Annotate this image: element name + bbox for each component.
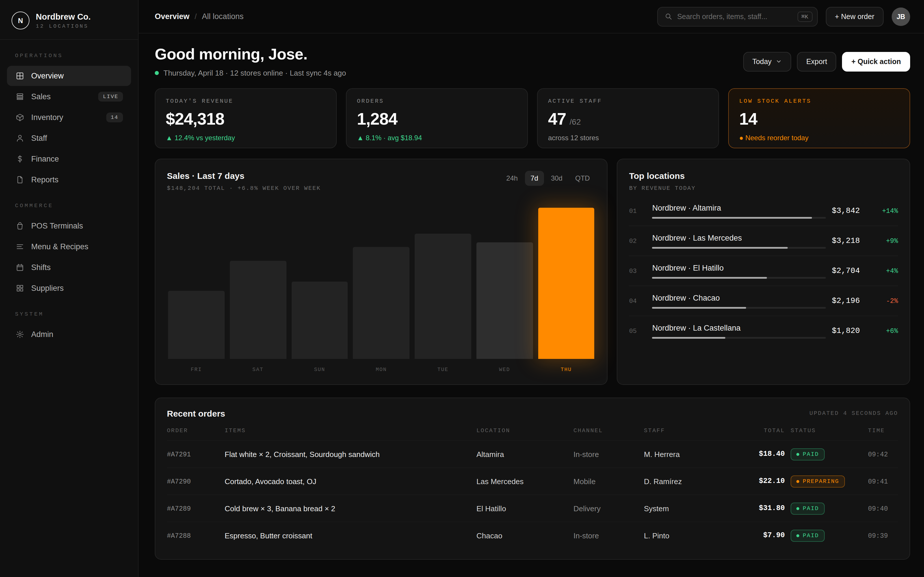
breadcrumb-parent[interactable]: All locations	[202, 12, 244, 21]
sidebar-item-inventory[interactable]: Inventory 14	[7, 107, 131, 127]
brand-block[interactable]: N Nordbrew Co. 12 LOCATIONS	[0, 0, 138, 40]
order-row-a7290[interactable]: #A7290 Cortado, Avocado toast, OJ Las Me…	[167, 467, 898, 495]
status-text: Thursday, April 18 · 12 stores online · …	[163, 69, 346, 77]
person-icon	[15, 134, 24, 143]
status-text: PAID	[803, 505, 819, 511]
stat-card-low-stock-alerts[interactable]: LOW STOCK ALERTS 14 ● Needs reorder toda…	[728, 88, 910, 148]
chart-bar[interactable]	[477, 242, 533, 359]
stat-label: TODAY'S REVENUE	[166, 98, 326, 105]
order-total: $31.80	[735, 504, 785, 513]
location-progress-track	[652, 277, 826, 279]
rows-icon	[15, 92, 24, 101]
chart-bar-label: THU	[538, 359, 594, 373]
location-progress-fill	[652, 217, 812, 218]
location-revenue: $2,704	[832, 267, 860, 275]
export-button[interactable]: Export	[797, 52, 836, 71]
sidebar-item-shifts[interactable]: Shifts	[7, 257, 131, 277]
order-staff: L. Pinto	[644, 531, 729, 540]
avatar[interactable]: JB	[892, 7, 910, 26]
location-row[interactable]: 03 Nordbrew · El Hatillo $2,704 +4%	[629, 256, 898, 285]
location-row[interactable]: 02 Nordbrew · Las Mercedes $3,218 +9%	[629, 226, 898, 256]
order-row-a7289[interactable]: #A7289 Cold brew × 3, Banana bread × 2 E…	[167, 495, 898, 522]
order-staff: M. Herrera	[644, 450, 729, 458]
order-time: 09:40	[868, 504, 898, 512]
stat-label: LOW STOCK ALERTS	[739, 98, 899, 105]
order-channel: In-store	[573, 531, 638, 540]
orders-column-status: STATUS	[791, 427, 862, 434]
chart-bar-column: WED	[477, 198, 533, 373]
sidebar-item-label: Shifts	[31, 263, 51, 272]
range-tab-7d[interactable]: 7d	[525, 171, 544, 186]
order-row-a7288[interactable]: #A7288 Espresso, Butter croissant Chacao…	[167, 522, 898, 549]
search-input[interactable]	[677, 13, 792, 21]
stat-card-today-s-revenue[interactable]: TODAY'S REVENUE $24,318 ▲ 12.4% vs yeste…	[155, 88, 337, 148]
chart-bar[interactable]	[168, 291, 225, 359]
sidebar: N Nordbrew Co. 12 LOCATIONS OPERATIONS O…	[0, 0, 139, 577]
quick-action-button[interactable]: + Quick action	[842, 52, 910, 71]
sidebar-item-overview[interactable]: Overview	[7, 66, 131, 86]
sidebar-item-sales[interactable]: Sales LIVE	[7, 87, 131, 107]
orders-column-total: TOTAL	[735, 427, 785, 434]
sidebar-item-suppliers[interactable]: Suppliers	[7, 278, 131, 298]
stat-value: 47	[548, 110, 566, 129]
new-order-button[interactable]: + New order	[825, 6, 884, 26]
order-time: 09:42	[868, 450, 898, 458]
location-progress-track	[652, 337, 826, 338]
location-row[interactable]: 04 Nordbrew · Chacao $2,196 -2%	[629, 285, 898, 316]
chart-bar-column: SAT	[230, 198, 286, 373]
sidebar-section-label: COMMERCE	[0, 203, 138, 209]
range-tab-24h[interactable]: 24h	[501, 171, 523, 186]
chart-bar[interactable]	[415, 234, 471, 359]
sidebar-item-label: Inventory	[31, 113, 63, 122]
sidebar-section: COMMERCE POS Terminals Menu & Recipes Sh…	[0, 203, 138, 298]
order-items: Cold brew × 3, Banana bread × 2	[225, 504, 471, 513]
chart-subtitle: $148,204 TOTAL · +6.8% WEEK OVER WEEK	[167, 185, 321, 192]
sidebar-item-staff[interactable]: Staff	[7, 128, 131, 148]
grid-icon	[15, 284, 24, 293]
sidebar-section-items: Overview Sales LIVE Inventory 14 Staff F…	[0, 66, 138, 190]
brand-name: Nordbrew Co.	[36, 12, 90, 21]
recent-orders-title: Recent orders	[167, 408, 225, 418]
sidebar-item-menu-recipes[interactable]: Menu & Recipes	[7, 237, 131, 257]
order-location: Chacao	[477, 531, 568, 540]
chart-bar[interactable]	[353, 247, 410, 359]
location-progress-fill	[652, 337, 725, 338]
status-dot-icon	[796, 480, 799, 483]
stat-card-orders[interactable]: ORDERS 1,284 ▲ 8.1% · avg $18.94	[346, 88, 528, 148]
date-range-button[interactable]: Today	[743, 52, 791, 71]
sidebar-section: SYSTEM Admin	[0, 311, 138, 345]
search-box[interactable]: ⌘K	[657, 6, 817, 26]
orders-table-body: #A7291 Flat white × 2, Croissant, Sourdo…	[167, 441, 898, 549]
order-channel: Mobile	[573, 477, 638, 485]
menu-icon	[15, 242, 24, 251]
location-rank: 02	[629, 237, 646, 244]
location-row[interactable]: 05 Nordbrew · La Castellana $1,820 +6%	[629, 316, 898, 346]
chart-bar[interactable]	[538, 208, 594, 359]
sidebar-sections: OPERATIONS Overview Sales LIVE Inventory…	[0, 40, 138, 345]
order-row-a7291[interactable]: #A7291 Flat white × 2, Croissant, Sourdo…	[167, 441, 898, 467]
chart-bar-label: WED	[477, 359, 533, 373]
location-name: Nordbrew · La Castellana	[652, 323, 826, 332]
sidebar-item-label: Sales	[31, 92, 51, 101]
chart-bar-label: MON	[353, 359, 410, 373]
location-row[interactable]: 01 Nordbrew · Altamira $3,842 +14%	[629, 196, 898, 226]
stat-cards: TODAY'S REVENUE $24,318 ▲ 12.4% vs yeste…	[155, 88, 910, 148]
stat-value-suffix: /62	[570, 117, 581, 126]
sidebar-item-admin[interactable]: Admin	[7, 324, 131, 345]
chart-bar[interactable]	[291, 282, 348, 359]
chart-bar[interactable]	[230, 261, 286, 359]
range-tab-qtd[interactable]: QTD	[569, 171, 596, 186]
range-tab-30d[interactable]: 30d	[545, 171, 568, 186]
location-delta: +6%	[866, 327, 898, 335]
top-locations-title: Top locations	[629, 171, 696, 181]
breadcrumb-current[interactable]: Overview	[155, 12, 189, 21]
sidebar-item-reports[interactable]: Reports	[7, 170, 131, 190]
location-progress-fill	[652, 247, 788, 248]
location-delta: -2%	[866, 297, 898, 305]
sidebar-item-finance[interactable]: Finance	[7, 149, 131, 169]
stat-card-active-staff[interactable]: ACTIVE STAFF 47 /62 across 12 stores	[537, 88, 719, 148]
brand-tagline: 12 LOCATIONS	[36, 23, 90, 29]
order-time: 09:41	[868, 477, 898, 485]
sidebar-item-pos-terminals[interactable]: POS Terminals	[7, 216, 131, 236]
location-progress-fill	[652, 307, 746, 308]
